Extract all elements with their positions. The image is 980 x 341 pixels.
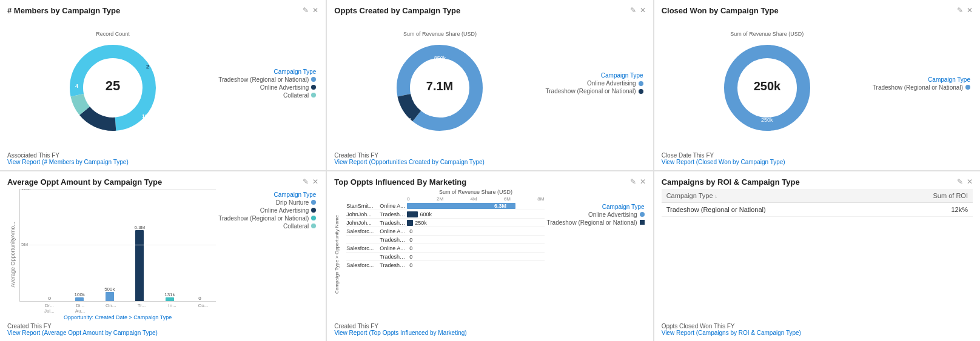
filter-oppts-created: Created This FY bbox=[334, 152, 645, 159]
footer-closed-won: Close Date This FY View Report (Closed W… bbox=[662, 150, 973, 165]
legend-dot-ao-2 bbox=[311, 216, 316, 220]
widget-campaigns-roi: Campaigns by ROI & Campaign Type ✎ ✕ Cam… bbox=[654, 171, 980, 342]
footer-members: Associated This FY View Report (# Member… bbox=[7, 150, 318, 165]
legend-dot-oc-1 bbox=[639, 89, 643, 94]
close-icon-avg-oppt[interactable]: ✕ bbox=[312, 177, 318, 186]
legend-title-members: Campaign Type bbox=[218, 68, 316, 75]
widget-header-avg-oppt: Average Oppt Amount by Campaign Type ✎ ✕ bbox=[7, 177, 318, 187]
widget-title-oppts-created: Oppts Created by Campaign Type bbox=[334, 6, 460, 15]
legend-title-oppts-created: Campaign Type bbox=[546, 72, 643, 79]
widget-avg-oppt: Average Oppt Amount by Campaign Type ✎ ✕… bbox=[0, 171, 326, 342]
legend-item-0: Tradeshow (Regional or National) bbox=[218, 76, 316, 83]
widget-title-members: # Members by Campaign Type bbox=[7, 6, 120, 15]
widget-title-top-oppts: Top Oppts Influenced By Marketing bbox=[334, 177, 466, 187]
svg-text:25: 25 bbox=[106, 78, 120, 93]
table-row-0: Tradeshow (Regional or National) 12k% bbox=[662, 202, 973, 216]
widget-actions-closed-won: ✎ ✕ bbox=[957, 6, 973, 15]
donut-center-label-cw: Sum of Revenue Share (USD) bbox=[730, 31, 804, 37]
view-report-top-oppts[interactable]: View Report (Top Oppts Influenced by Mar… bbox=[334, 329, 645, 336]
widget-members: # Members by Campaign Type ✎ ✕ Record Co… bbox=[0, 0, 326, 170]
legend-dot-1 bbox=[311, 85, 316, 90]
close-icon-members[interactable]: ✕ bbox=[312, 6, 318, 15]
donut-members: 25 4 2 19 bbox=[64, 39, 161, 136]
legend-dot-to-0 bbox=[640, 212, 645, 217]
edit-icon-oppts-created[interactable]: ✎ bbox=[630, 6, 636, 15]
view-report-members[interactable]: View Report (# Members by Campaign Type) bbox=[7, 159, 318, 165]
edit-icon-members[interactable]: ✎ bbox=[303, 6, 309, 15]
y-axis-label-avg-oppt: Average OpportunityAmo... bbox=[10, 222, 16, 287]
col-header-sum-roi[interactable]: Sum of ROI bbox=[877, 189, 973, 203]
table-header-row: Campaign Type ↓ Sum of ROI bbox=[662, 189, 973, 203]
edit-icon-top-oppts[interactable]: ✎ bbox=[630, 177, 636, 186]
donut-closed-won: 250k 250k bbox=[719, 39, 816, 136]
donut-area-closed-won: Sum of Revenue Share (USD) 250k 250k Cam… bbox=[662, 18, 973, 150]
cell-sum-roi-0: 12k% bbox=[877, 202, 973, 216]
legend-item-ao-2: Tradeshow (Regional or National) bbox=[218, 215, 316, 222]
widget-title-closed-won: Closed Won by Campaign Type bbox=[662, 6, 779, 15]
x-axis-title-avg-oppt: Opportunity: Created Date > Campaign Typ… bbox=[19, 314, 216, 320]
legend-avg-oppt: Campaign Type Drip Nurture Online Advert… bbox=[218, 189, 318, 321]
oppts-axis-label: Sum of Revenue Share (USD) bbox=[346, 189, 544, 195]
legend-dot-ao-1 bbox=[311, 208, 316, 213]
legend-title-top-oppts: Campaign Type bbox=[547, 204, 645, 210]
oppts-row-0: StanSmit... Online A... 6.3M bbox=[346, 203, 544, 210]
widget-title-avg-oppt: Average Oppt Amount by Campaign Type bbox=[7, 177, 162, 187]
edit-icon-closed-won[interactable]: ✎ bbox=[957, 6, 963, 15]
legend-item-to-1: Tradeshow (Regional or National) bbox=[547, 219, 645, 226]
close-icon-oppts-created[interactable]: ✕ bbox=[640, 6, 646, 15]
widget-top-oppts: Top Oppts Influenced By Marketing ✎ ✕ Ca… bbox=[327, 171, 653, 342]
legend-title-avg-oppt: Campaign Type bbox=[218, 191, 316, 198]
oppts-row-7: Salesforc... Tradesho... 0 bbox=[346, 262, 544, 268]
legend-dot-cw-0 bbox=[965, 85, 970, 90]
col-header-campaign-type[interactable]: Campaign Type ↓ bbox=[662, 189, 877, 203]
donut-center-label-oppts: Sum of Revenue Share (USD) bbox=[403, 31, 477, 37]
oppts-row-4: Tradesho... 0 bbox=[346, 237, 544, 244]
table-campaigns-roi: Campaign Type ↓ Sum of ROI Tradeshow (Re… bbox=[662, 189, 973, 321]
legend-item-2: Collateral bbox=[218, 92, 316, 99]
legend-dot-2 bbox=[311, 93, 316, 98]
widget-header-oppts-created: Oppts Created by Campaign Type ✎ ✕ bbox=[334, 6, 645, 15]
edit-icon-campaigns-roi[interactable]: ✎ bbox=[957, 177, 963, 186]
legend-members: Campaign Type Tradeshow (Regional or Nat… bbox=[218, 68, 318, 99]
legend-item-ao-3: Collateral bbox=[218, 223, 316, 230]
close-icon-closed-won[interactable]: ✕ bbox=[967, 6, 973, 15]
cell-campaign-type-0: Tradeshow (Regional or National) bbox=[662, 202, 877, 216]
widget-actions-campaigns-roi: ✎ ✕ bbox=[957, 177, 973, 186]
legend-top-oppts: Campaign Type Online Advertising Tradesh… bbox=[547, 189, 646, 321]
legend-item-oc-1: Tradeshow (Regional or National) bbox=[546, 88, 643, 94]
dashboard: # Members by Campaign Type ✎ ✕ Record Co… bbox=[0, 0, 980, 341]
legend-title-closed-won: Campaign Type bbox=[873, 76, 970, 83]
legend-item-oc-0: Online Advertising bbox=[546, 80, 643, 87]
legend-item-ao-0: Drip Nurture bbox=[218, 199, 316, 206]
filter-members: Associated This FY bbox=[7, 152, 318, 159]
legend-dot-0 bbox=[311, 77, 316, 82]
edit-icon-avg-oppt[interactable]: ✎ bbox=[303, 177, 309, 186]
legend-dot-ao-0 bbox=[311, 200, 316, 205]
oppts-y-axis-label: Campaign Type > Opportunity Name bbox=[334, 215, 340, 294]
widget-actions-avg-oppt: ✎ ✕ bbox=[303, 177, 318, 186]
view-report-closed-won[interactable]: View Report (Closed Won by Campaign Type… bbox=[662, 159, 973, 165]
oppts-row-1: JohnJoh... Tradesho... 600k bbox=[346, 211, 544, 219]
widget-oppts-created: Oppts Created by Campaign Type ✎ ✕ Sum o… bbox=[327, 0, 653, 170]
footer-campaigns-roi: Oppts Closed Won This FY View Report (Ca… bbox=[662, 320, 973, 336]
legend-closed-won: Campaign Type Tradeshow (Regional or Nat… bbox=[873, 76, 973, 91]
close-icon-top-oppts[interactable]: ✕ bbox=[640, 177, 646, 186]
close-icon-campaigns-roi[interactable]: ✕ bbox=[967, 177, 973, 186]
svg-text:250k: 250k bbox=[753, 79, 780, 93]
view-report-campaigns-roi[interactable]: View Report (Campaigns by ROI & Campaign… bbox=[662, 329, 973, 336]
filter-campaigns-roi: Oppts Closed Won This FY bbox=[662, 323, 973, 329]
widget-title-campaigns-roi: Campaigns by ROI & Campaign Type bbox=[662, 177, 800, 187]
widget-actions-members: ✎ ✕ bbox=[303, 6, 318, 15]
view-report-avg-oppt[interactable]: View Report (Average Oppt Amount by Camp… bbox=[7, 329, 318, 336]
svg-text:7.1M: 7.1M bbox=[426, 79, 453, 93]
legend-oppts-created: Campaign Type Online Advertising Tradesh… bbox=[546, 72, 646, 94]
donut-oppts-created: 7.1M 850k 6.3M bbox=[391, 39, 488, 136]
legend-item-cw-0: Tradeshow (Regional or National) bbox=[873, 84, 970, 91]
view-report-oppts-created[interactable]: View Report (Opportunities Created by Ca… bbox=[334, 159, 645, 165]
legend-item-ao-1: Online Advertising bbox=[218, 207, 316, 214]
oppts-row-6: Tradesho... 0 bbox=[346, 254, 544, 261]
widget-header-top-oppts: Top Oppts Influenced By Marketing ✎ ✕ bbox=[334, 177, 645, 187]
footer-top-oppts: Created This FY View Report (Top Oppts I… bbox=[334, 320, 645, 336]
widget-actions-top-oppts: ✎ ✕ bbox=[630, 177, 646, 186]
donut-area-members: Record Count 25 4 2 bbox=[7, 18, 318, 150]
